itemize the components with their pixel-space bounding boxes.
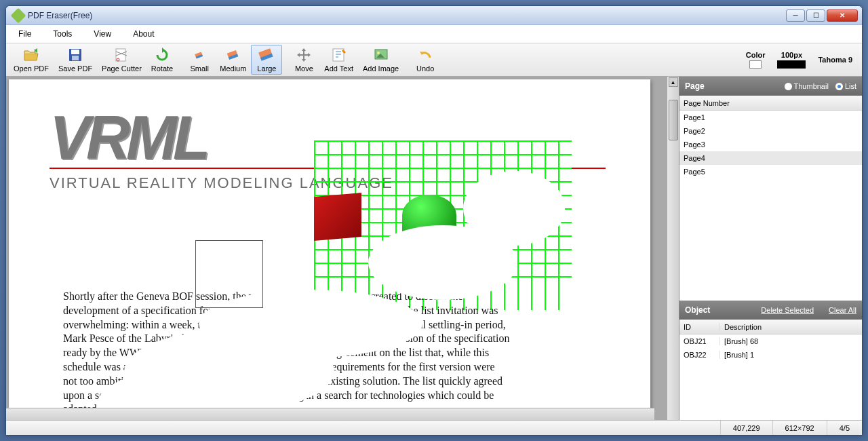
- status-page: 4/5: [827, 421, 862, 435]
- object-panel-title: Object: [685, 305, 710, 315]
- color-picker[interactable]: Color: [746, 51, 766, 69]
- eraser-medium-icon: [225, 47, 241, 63]
- undo-label: Undo: [416, 64, 434, 73]
- page-panel-header: Page Thumbnail List: [679, 77, 862, 96]
- move-button[interactable]: Move: [288, 45, 319, 75]
- eraser-large-button[interactable]: Large: [251, 45, 282, 75]
- eraser-large-icon: [258, 47, 275, 63]
- object-panel-header: Object Delete Selected Clear All: [679, 301, 862, 320]
- horizontal-scrollbar[interactable]: [6, 408, 654, 420]
- eraser-small-label: Small: [190, 64, 209, 73]
- open-pdf-button[interactable]: Open PDF: [9, 45, 54, 75]
- add-text-label: Add Text: [324, 64, 353, 73]
- page-list-item[interactable]: Page3: [679, 138, 862, 151]
- scissors-icon: [113, 47, 130, 63]
- brush-size-bar: [777, 60, 806, 69]
- rotate-button[interactable]: Rotate: [146, 45, 178, 75]
- save-pdf-button[interactable]: Save PDF: [54, 45, 97, 75]
- color-label: Color: [746, 51, 766, 59]
- scroll-up-icon[interactable]: ▲: [669, 77, 678, 87]
- page-list-header: Page Number: [679, 96, 862, 111]
- add-text-button[interactable]: Add Text: [319, 45, 358, 75]
- document-viewport[interactable]: VRML VIRTUAL REALITY MODELING LANGUAGE S…: [6, 77, 667, 420]
- page-list-item[interactable]: Page4: [679, 151, 862, 165]
- eraser-small-button[interactable]: Small: [184, 45, 215, 75]
- toolbar: Open PDF Save PDF Page Cutter Rotate Sma…: [6, 43, 862, 77]
- eraser-medium-label: Medium: [220, 64, 246, 73]
- rotate-label: Rotate: [151, 64, 173, 73]
- status-dimensions: 612×792: [772, 421, 827, 435]
- view-list-radio[interactable]: List: [835, 82, 856, 90]
- color-swatch: [749, 60, 762, 69]
- object-list: OBJ21[Brush] 68OBJ22[Brush] 1: [679, 334, 862, 420]
- delete-selected-link[interactable]: Delete Selected: [761, 306, 814, 314]
- save-pdf-label: Save PDF: [58, 64, 92, 73]
- page-list-item[interactable]: Page1: [679, 111, 862, 124]
- brush-size[interactable]: 100px: [777, 51, 806, 69]
- scroll-thumb[interactable]: [669, 100, 678, 140]
- svg-point-13: [377, 52, 380, 54]
- eraser-large-label: Large: [257, 64, 276, 73]
- folder-open-icon: [23, 47, 39, 63]
- content-area: VRML VIRTUAL REALITY MODELING LANGUAGE S…: [6, 77, 862, 420]
- side-panel: Page Thumbnail List Page Number Page1Pag…: [679, 77, 862, 420]
- eraser-medium-button[interactable]: Medium: [215, 45, 251, 75]
- brush-size-label: 100px: [781, 51, 802, 59]
- undo-button[interactable]: Undo: [410, 45, 441, 75]
- menu-file[interactable]: File: [14, 28, 35, 40]
- app-window: PDF Eraser(Free) ─ ☐ ✕ File Tools View A…: [5, 5, 863, 436]
- toolbar-right-info: Color 100px Tahoma 9: [746, 51, 859, 69]
- clear-all-link[interactable]: Clear All: [829, 306, 856, 314]
- move-icon: [296, 47, 312, 63]
- titlebar: PDF Eraser(Free) ─ ☐ ✕: [6, 6, 862, 25]
- close-button[interactable]: ✕: [827, 9, 858, 22]
- undo-icon: [417, 47, 433, 63]
- statusbar: 407,229 612×792 4/5: [6, 420, 862, 435]
- menu-view[interactable]: View: [90, 28, 115, 40]
- menu-about[interactable]: About: [129, 28, 158, 40]
- menubar: File Tools View About: [6, 25, 862, 43]
- font-label[interactable]: Tahoma 9: [818, 56, 852, 64]
- object-list-header: ID Description: [679, 320, 862, 334]
- maximize-button[interactable]: ☐: [806, 9, 825, 22]
- add-image-button[interactable]: Add Image: [358, 45, 403, 75]
- page-list-item[interactable]: Page2: [679, 124, 862, 138]
- eraser-small-icon: [191, 47, 208, 63]
- object-list-item[interactable]: OBJ22[Brush] 1: [679, 348, 862, 362]
- col-desc: Description: [720, 323, 862, 331]
- svg-rect-2: [72, 56, 79, 60]
- save-icon: [67, 47, 83, 63]
- menu-tools[interactable]: Tools: [49, 28, 76, 40]
- page-list: Page1Page2Page3Page4Page5: [679, 111, 862, 301]
- pdf-page: VRML VIRTUAL REALITY MODELING LANGUAGE S…: [9, 79, 650, 420]
- view-thumbnail-radio[interactable]: Thumbnail: [785, 82, 829, 90]
- col-id: ID: [679, 323, 720, 331]
- open-pdf-label: Open PDF: [14, 64, 49, 73]
- add-text-icon: [331, 47, 347, 63]
- status-coords: 407,229: [720, 421, 772, 435]
- add-image-icon: [373, 47, 389, 63]
- window-controls: ─ ☐ ✕: [786, 9, 858, 22]
- page-list-item[interactable]: Page5: [679, 165, 862, 178]
- page-cutter-label: Page Cutter: [102, 64, 142, 73]
- minimize-button[interactable]: ─: [786, 9, 805, 22]
- move-label: Move: [295, 64, 313, 73]
- svg-rect-1: [71, 50, 79, 54]
- app-icon: [11, 7, 26, 23]
- object-list-item[interactable]: OBJ21[Brush] 68: [679, 334, 862, 348]
- page-cutter-button[interactable]: Page Cutter: [97, 45, 146, 75]
- erase-mark: [368, 225, 517, 300]
- vertical-scrollbar[interactable]: ▲: [667, 77, 679, 420]
- add-image-label: Add Image: [363, 64, 399, 73]
- rotate-icon: [154, 47, 170, 63]
- eraser-cursor: [195, 240, 263, 308]
- cube-shape: [314, 193, 361, 241]
- page-panel-title: Page: [685, 81, 705, 91]
- window-title: PDF Eraser(Free): [28, 11, 92, 20]
